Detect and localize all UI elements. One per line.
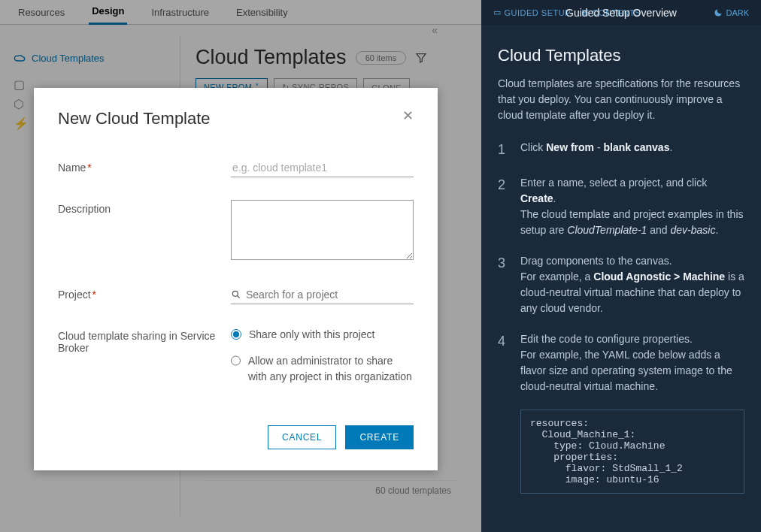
radio-allow-admin-input[interactable] [231, 355, 241, 366]
label-project: Project* [58, 286, 231, 301]
guided-title: Guided Setup Overview [565, 7, 677, 19]
code-block: resources: Cloud_Machine_1: type: Cloud.… [520, 410, 744, 494]
step-4: 4 Edit the code to configure properties.… [498, 331, 744, 394]
guided-panel-header: ▭ GUIDED SETUP ▤ CONTENTS Guided Setup O… [481, 0, 761, 25]
cancel-button[interactable]: CANCEL [268, 425, 336, 449]
project-search-wrap[interactable] [231, 286, 414, 304]
guide-heading: Cloud Templates [498, 46, 744, 65]
modal-title: New Cloud Template [58, 109, 211, 128]
label-sharing: Cloud template sharing in Service Broker [58, 327, 231, 354]
guided-setup-link[interactable]: ▭ GUIDED SETUP [493, 8, 571, 17]
step-3: 3 Drag components to the canvas.For exam… [498, 253, 744, 316]
close-icon[interactable]: ✕ [402, 109, 414, 122]
dark-toggle[interactable]: DARK [714, 8, 749, 17]
radio-share-only[interactable]: Share only with this project [231, 327, 414, 343]
step-2: 2 Enter a name, select a project, and cl… [498, 175, 744, 238]
svg-point-0 [232, 291, 238, 296]
radio-share-only-input[interactable] [231, 329, 241, 340]
search-icon [231, 289, 241, 300]
radio-allow-admin[interactable]: Allow an administrator to share with any… [231, 353, 414, 385]
name-field[interactable] [231, 159, 414, 177]
svg-line-1 [238, 296, 240, 298]
label-name: Name* [58, 159, 231, 174]
step-1: 1 Click New from - blank canvas. [498, 140, 744, 160]
guide-steps: 1 Click New from - blank canvas. 2 Enter… [498, 140, 744, 394]
create-button[interactable]: CREATE [345, 425, 414, 449]
label-description: Description [58, 200, 231, 215]
description-field[interactable] [231, 200, 414, 260]
new-cloud-template-modal: New Cloud Template ✕ Name* Description P… [34, 88, 438, 470]
project-field[interactable] [244, 286, 414, 304]
guided-panel: ▭ GUIDED SETUP ▤ CONTENTS Guided Setup O… [481, 0, 761, 532]
guide-intro: Cloud templates are specifications for t… [498, 76, 744, 123]
moon-icon [714, 8, 723, 17]
